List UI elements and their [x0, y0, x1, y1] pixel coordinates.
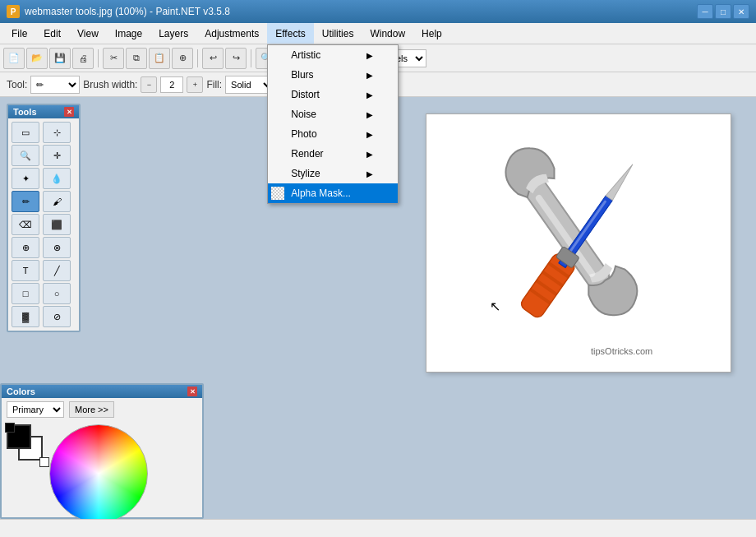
- colors-more-button[interactable]: More >>: [69, 401, 114, 418]
- tool-eyedropper[interactable]: 💧: [43, 168, 71, 189]
- fg-bg-colors: [7, 424, 43, 461]
- effects-photo[interactable]: Photo ▶: [268, 124, 398, 144]
- watermark-text: tipsOtricks.com: [591, 346, 652, 356]
- tools-close-button[interactable]: ✕: [64, 107, 74, 117]
- toolbar-copy[interactable]: ⧉: [126, 48, 147, 69]
- menu-edit[interactable]: Edit: [35, 23, 69, 44]
- effects-alpha-mask[interactable]: Alpha Mask...: [268, 183, 398, 203]
- tool-move[interactable]: ✛: [43, 145, 71, 166]
- tool-gradient[interactable]: ▓: [12, 306, 39, 327]
- toolbar-undo[interactable]: ↩: [202, 48, 224, 69]
- minimize-button[interactable]: ─: [697, 4, 713, 19]
- menu-file[interactable]: File: [3, 23, 35, 44]
- tool-paintbrush[interactable]: 🖌: [43, 191, 71, 212]
- tool-line[interactable]: ╱: [43, 260, 71, 281]
- menu-help[interactable]: Help: [413, 23, 450, 44]
- effects-distort[interactable]: Distort ▶: [268, 85, 398, 104]
- menu-window[interactable]: Window: [362, 23, 413, 44]
- brush-width-label: Brush width:: [83, 79, 137, 90]
- submenu-arrow: ▶: [366, 130, 373, 139]
- reset-bg[interactable]: [39, 457, 49, 467]
- toolbar-paste2[interactable]: ⊕: [172, 48, 193, 69]
- toolbar-redo[interactable]: ↪: [225, 48, 247, 69]
- toolbar-sep1: [98, 49, 99, 67]
- svg-marker-9: [606, 162, 636, 201]
- effects-dropdown: Artistic ▶ Blurs ▶ Distort ▶ Noise ▶ Pho…: [267, 44, 399, 204]
- tool-zoom[interactable]: 🔍: [12, 145, 39, 166]
- tool-ellipse[interactable]: ○: [43, 283, 71, 304]
- fill-label: Fill:: [206, 79, 222, 90]
- toolbar-cut[interactable]: ✂: [103, 48, 124, 69]
- tool-extra[interactable]: ⊘: [43, 306, 71, 327]
- brush-width-input[interactable]: 2: [160, 76, 183, 93]
- menu-view[interactable]: View: [69, 23, 107, 44]
- colors-panel: Colors ✕ Primary Secondary More >>: [0, 383, 204, 519]
- app-icon-text: P: [11, 7, 16, 16]
- reset-fg[interactable]: [5, 423, 15, 433]
- menu-utilities[interactable]: Utilities: [314, 23, 362, 44]
- status-bar: [0, 519, 756, 537]
- colors-mode-select[interactable]: Primary Secondary: [7, 401, 64, 418]
- tool-rect-shape[interactable]: □: [12, 283, 39, 304]
- submenu-arrow: ▶: [366, 71, 373, 80]
- tool-select-lasso[interactable]: ⊹: [43, 122, 71, 143]
- tool-text[interactable]: T: [12, 260, 39, 281]
- menu-image[interactable]: Image: [107, 23, 150, 44]
- submenu-arrow: ▶: [366, 169, 373, 178]
- menu-effects-label: Effects: [275, 28, 305, 39]
- tool-label: Tool:: [7, 79, 27, 90]
- tool-select-rect[interactable]: ▭: [12, 122, 39, 143]
- tools-title-bar: Tools ✕: [8, 105, 79, 118]
- tools-title-text: Tools: [13, 107, 37, 117]
- effects-noise[interactable]: Noise ▶: [268, 104, 398, 124]
- brush-width-increase[interactable]: +: [187, 76, 203, 93]
- effects-render[interactable]: Render ▶: [268, 144, 398, 164]
- toolbar-new[interactable]: 📄: [3, 48, 25, 69]
- menu-effects[interactable]: Effects Artistic ▶ Blurs ▶ Distort ▶ Noi…: [267, 23, 313, 44]
- menu-adjustments[interactable]: Adjustments: [196, 23, 267, 44]
- submenu-arrow: ▶: [366, 150, 373, 159]
- menu-bar: File Edit View Image Layers Adjustments …: [0, 23, 756, 44]
- effects-blurs[interactable]: Blurs ▶: [268, 65, 398, 85]
- tool-paint-bucket[interactable]: ⬛: [43, 214, 71, 235]
- tools-grid: ▭ ⊹ 🔍 ✛ ✦ 💧 ✏ 🖌 ⌫ ⬛ ⊕ ⊗ T ╱: [8, 118, 79, 331]
- tool-select[interactable]: ✏ 🖌: [30, 76, 80, 94]
- maximize-button[interactable]: □: [715, 4, 731, 19]
- toolbar-sep2: [197, 49, 198, 67]
- tool-pencil[interactable]: ✏: [12, 191, 39, 212]
- effects-stylize[interactable]: Stylize ▶: [268, 164, 398, 183]
- alpha-mask-icon: [271, 187, 284, 200]
- tool-magic-wand[interactable]: ✦: [12, 168, 39, 189]
- colors-title-text: Colors: [7, 387, 35, 396]
- title-bar-buttons: ─ □ ✕: [697, 4, 749, 19]
- tools-svg: tipsOtricks.com: [435, 123, 722, 361]
- menu-layers[interactable]: Layers: [150, 23, 196, 44]
- colors-title-bar: Colors ✕: [2, 385, 202, 398]
- toolbar-paste[interactable]: 📋: [149, 48, 170, 69]
- toolbar-sep3: [251, 49, 251, 67]
- brush-width-decrease[interactable]: −: [141, 76, 157, 93]
- app-icon: P: [7, 5, 20, 18]
- tool-eraser[interactable]: ⌫: [12, 214, 39, 235]
- toolbar-save[interactable]: 💾: [49, 48, 71, 69]
- title-bar: P webmaster tools.jpg (100%) - Paint.NET…: [0, 0, 756, 23]
- toolbar-print[interactable]: 🖨: [72, 48, 94, 69]
- colors-body: [2, 421, 202, 526]
- submenu-arrow: ▶: [366, 51, 373, 60]
- tools-window: Tools ✕ ▭ ⊹ 🔍 ✛ ✦ 💧 ✏ 🖌 ⌫ ⬛ ⊕: [7, 104, 81, 332]
- tool-clone[interactable]: ⊕: [12, 237, 39, 258]
- close-button[interactable]: ✕: [733, 4, 749, 19]
- colors-close-button[interactable]: ✕: [187, 387, 197, 396]
- submenu-arrow: ▶: [366, 110, 373, 119]
- submenu-arrow: ▶: [366, 90, 373, 100]
- effects-artistic[interactable]: Artistic ▶: [268, 45, 398, 65]
- toolbar-open[interactable]: 📂: [26, 48, 48, 69]
- colors-controls: Primary Secondary More >>: [2, 398, 202, 421]
- title-bar-text: webmaster tools.jpg (100%) - Paint.NET v…: [25, 6, 697, 17]
- tool-recolor[interactable]: ⊗: [43, 237, 71, 258]
- canvas-image: tipsOtricks.com: [426, 113, 731, 373]
- color-wheel[interactable]: [49, 424, 148, 523]
